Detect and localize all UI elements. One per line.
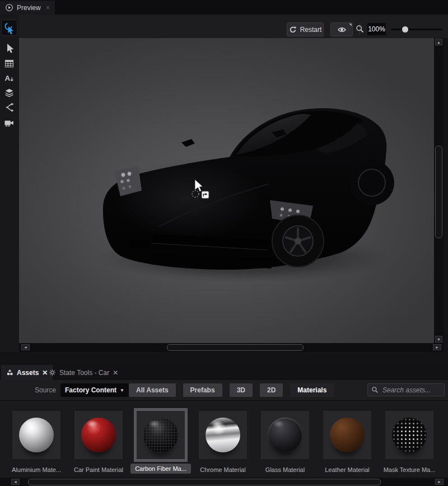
interact-tool-icon — [3, 22, 16, 34]
zoom-slider-handle[interactable] — [402, 26, 408, 33]
mask-texture-sphere-preview — [392, 418, 427, 452]
connections-tool-button[interactable] — [1, 100, 17, 115]
material-asset-list: Aluminium Mate... Car Paint Material Car… — [0, 400, 448, 478]
source-label: Source — [35, 386, 56, 394]
chevron-down-icon: ▼ — [120, 388, 124, 393]
material-name: Mask Texture Ma... — [384, 466, 436, 473]
asset-filter-buttons: All Assets Prefabs 3D 2D Materials — [129, 383, 334, 397]
camera-tool-button[interactable] — [1, 115, 17, 131]
vertical-scroll-thumb[interactable] — [435, 146, 442, 238]
material-thumbnail — [12, 411, 60, 459]
search-icon — [371, 386, 379, 394]
tab-state-tools-car[interactable]: State Tools - Car ✕ — [44, 365, 123, 380]
material-name: Chrome Material — [200, 466, 245, 473]
filter-prefabs-button[interactable]: Prefabs — [183, 383, 222, 397]
material-name: Glass Material — [265, 466, 305, 473]
material-card-glass[interactable]: Glass Material — [261, 411, 309, 478]
dropdown-corner-indicator — [349, 24, 352, 26]
material-card-car-paint[interactable]: Car Paint Material — [74, 411, 123, 478]
assets-scroll-thumb[interactable] — [28, 479, 381, 485]
material-name: Leather Material — [325, 466, 370, 473]
material-thumbnail — [199, 411, 247, 459]
table-tool-button[interactable] — [1, 56, 17, 71]
assets-horizontal-scrollbar[interactable]: ◄ ► — [0, 478, 448, 486]
scroll-down-arrow[interactable]: ▼ — [435, 336, 442, 342]
search-assets-input[interactable] — [381, 386, 441, 395]
tab-preview[interactable]: Preview ✕ — [0, 1, 55, 15]
close-icon[interactable]: ✕ — [46, 5, 50, 11]
scroll-right-arrow[interactable]: ► — [433, 344, 441, 350]
material-card-chrome[interactable]: Chrome Material — [199, 411, 247, 478]
zoom-level-field[interactable]: 100% — [367, 23, 386, 35]
viewport-vertical-scrollbar[interactable]: ▲ ▼ — [434, 38, 444, 343]
material-thumbnail — [261, 411, 309, 459]
visibility-icon — [337, 26, 347, 34]
zoom-slider[interactable] — [391, 29, 442, 30]
assets-tab-label: Assets — [17, 369, 39, 377]
table-tool-icon — [4, 59, 15, 68]
visibility-button[interactable] — [330, 22, 353, 36]
preview-viewport-canvas[interactable] — [19, 38, 434, 343]
close-icon[interactable]: ✕ — [113, 369, 118, 377]
chrome-sphere-preview — [206, 418, 240, 452]
preview-tab-icon — [5, 3, 13, 12]
assets-tab-icon — [6, 369, 13, 376]
material-card-aluminium[interactable]: Aluminium Mate... — [12, 411, 60, 478]
state-tools-tab-icon — [49, 369, 56, 376]
material-thumbnail — [385, 411, 433, 459]
state-tools-tab-label: State Tools - Car — [59, 369, 109, 377]
scroll-left-arrow[interactable]: ◄ — [11, 479, 20, 485]
top-tab-strip: Preview ✕ — [0, 0, 448, 15]
assets-filter-bar: Source Factory Content ▼ All Assets Pref… — [0, 380, 448, 401]
scroll-left-arrow[interactable]: ◄ — [21, 344, 30, 350]
filter-materials-button[interactable]: Materials — [290, 383, 334, 397]
layers-tool-button[interactable] — [1, 85, 17, 100]
restart-button[interactable]: Restart — [287, 22, 324, 36]
search-assets-box[interactable] — [367, 383, 445, 396]
scroll-up-arrow[interactable]: ▲ — [435, 39, 442, 45]
connections-tool-icon — [4, 102, 15, 113]
car-wheel-rear — [349, 160, 394, 205]
car-paint-sphere-preview — [81, 418, 116, 452]
aluminium-sphere-preview — [19, 418, 54, 452]
viewport-horizontal-scrollbar[interactable]: ◄ ► — [19, 343, 444, 352]
filter-all-assets-button[interactable]: All Assets — [129, 383, 176, 397]
application-window: Preview ✕ Restart 100% — [0, 0, 448, 486]
material-card-carbon-fiber[interactable]: Carbon Fiber Ma... — [137, 411, 185, 478]
svg-text:A: A — [4, 73, 10, 82]
select-tool-button[interactable] — [1, 40, 17, 55]
material-thumbnail — [74, 411, 123, 459]
restart-icon — [289, 26, 297, 34]
viewport-toolbar: Restart 100% — [19, 15, 448, 38]
material-name: Carbon Fiber Ma... — [130, 464, 191, 474]
filter-2d-button[interactable]: 2D — [260, 383, 283, 397]
car-scene — [19, 38, 434, 343]
horizontal-scroll-thumb[interactable] — [167, 344, 304, 351]
restart-label: Restart — [300, 26, 322, 34]
scroll-right-arrow[interactable]: ► — [435, 479, 444, 485]
camera-tool-icon — [4, 118, 15, 128]
material-card-mask-texture[interactable]: Mask Texture Ma... — [385, 411, 433, 478]
carbon-fiber-sphere-preview — [143, 418, 178, 452]
car-wheel-front — [272, 215, 324, 267]
filter-3d-button[interactable]: 3D — [230, 383, 253, 397]
source-dropdown[interactable]: Factory Content ▼ — [60, 383, 129, 397]
bottom-panel-tab-strip: Assets ✕ State Tools - Car ✕ — [0, 363, 448, 381]
car-model — [103, 108, 394, 270]
layers-tool-icon — [4, 88, 15, 98]
leather-sphere-preview — [330, 418, 365, 452]
interact-tool-button[interactable] — [1, 20, 17, 36]
preview-tab-label: Preview — [17, 4, 41, 12]
source-dropdown-value: Factory Content — [65, 386, 116, 394]
text-tool-button[interactable]: A — [1, 70, 17, 85]
select-tool-icon — [4, 43, 15, 54]
material-thumbnail — [323, 411, 371, 459]
glass-sphere-preview — [268, 418, 302, 452]
material-name: Car Paint Material — [74, 466, 123, 473]
material-name: Aluminium Mate... — [12, 466, 61, 473]
zoom-icon — [356, 25, 364, 33]
tool-sidebar: A — [0, 15, 19, 352]
material-card-leather[interactable]: Leather Material — [323, 411, 371, 478]
text-tool-icon: A — [4, 73, 15, 83]
material-thumbnail — [137, 411, 185, 459]
